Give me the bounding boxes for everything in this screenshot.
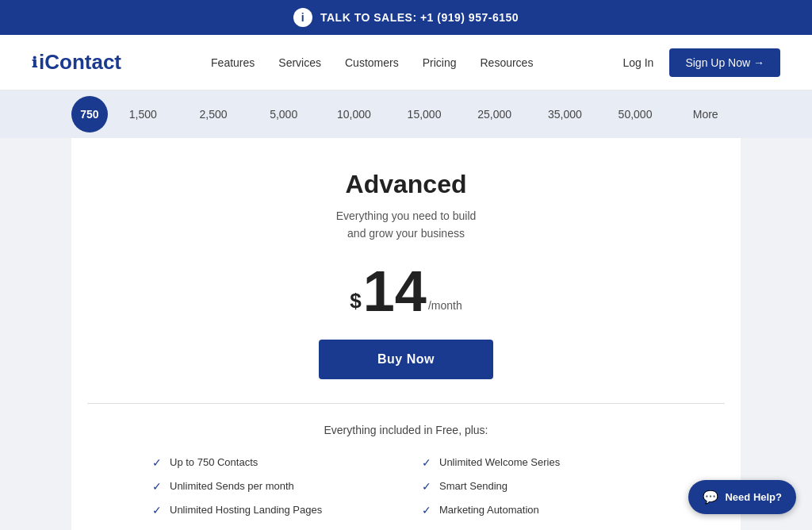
slider-tab-35000[interactable]: 35,000 (530, 108, 600, 121)
feature-welcome-series: ✓ Unlimited Welcome Series (422, 456, 660, 469)
check-icon: ✓ (422, 456, 431, 469)
logo-signal: ℹ (32, 54, 37, 71)
slider-tab-50000[interactable]: 50,000 (600, 108, 671, 121)
feature-label: Smart Sending (439, 480, 508, 492)
features-grid: ✓ Up to 750 Contacts ✓ Unlimited Welcome… (152, 456, 660, 530)
plan-title: Advanced (87, 170, 725, 199)
signup-button[interactable]: Sign Up Now → (669, 48, 780, 77)
slider-tab-2500[interactable]: 2,500 (178, 108, 249, 121)
nav-link-customers[interactable]: Customers (345, 56, 399, 69)
login-link[interactable]: Log In (622, 56, 653, 69)
logo: ℹ iContact (32, 50, 121, 75)
nav-link-resources[interactable]: Resources (480, 56, 533, 69)
need-help-label: Need Help? (725, 491, 782, 503)
info-icon: i (293, 8, 312, 27)
slider-tab-15000[interactable]: 15,000 (389, 108, 460, 121)
feature-label: Unlimited Hosting Landing Pages (170, 504, 322, 516)
price-number: 14 (363, 263, 427, 320)
check-icon: ✓ (152, 480, 162, 493)
plan-description: Everything you need to build and grow yo… (87, 207, 725, 243)
included-header: Everything included in Free, plus: (87, 403, 725, 436)
slider-tab-750[interactable]: 750 (71, 96, 108, 132)
nav-link-services[interactable]: Services (278, 56, 321, 69)
slider-tab-25000[interactable]: 25,000 (459, 108, 530, 121)
check-icon: ✓ (152, 504, 162, 517)
nav-item-customers[interactable]: Customers (345, 56, 399, 69)
top-banner: i TALK TO SALES: +1 (919) 957-6150 (0, 0, 812, 35)
feature-marketing-automation: ✓ Marketing Automation (422, 504, 660, 517)
feature-smart-sending: ✓ Smart Sending (422, 480, 660, 493)
slider-tab-1500[interactable]: 1,500 (108, 108, 178, 121)
feature-label: Unlimited Welcome Series (439, 456, 560, 468)
logo-text: iContact (39, 50, 121, 75)
feature-label: Up to 750 Contacts (170, 456, 258, 468)
price-row: $ 14 /month (87, 263, 725, 320)
nav-item-resources[interactable]: Resources (480, 56, 533, 69)
banner-text: TALK TO SALES: +1 (919) 957-6150 (320, 11, 519, 24)
slider-tabs: 750 1,500 2,500 5,000 10,000 15,000 25,0… (71, 96, 741, 132)
slider-tab-5000[interactable]: 5,000 (248, 108, 319, 121)
contact-slider-row: 750 1,500 2,500 5,000 10,000 15,000 25,0… (0, 90, 812, 138)
feature-contacts: ✓ Up to 750 Contacts (152, 456, 390, 469)
slider-tab-10000[interactable]: 10,000 (319, 108, 389, 121)
nav-item-pricing[interactable]: Pricing (423, 56, 457, 69)
check-icon: ✓ (422, 504, 431, 517)
main-content: Advanced Everything you need to build an… (71, 138, 741, 530)
feature-label: Marketing Automation (439, 504, 539, 516)
need-help-button[interactable]: 💬 Need Help? (688, 480, 796, 514)
check-icon: ✓ (152, 456, 162, 469)
feature-hosting-landing: ✓ Unlimited Hosting Landing Pages (152, 504, 390, 517)
price-dollar: $ (350, 289, 361, 313)
feature-label: Unlimited Sends per month (170, 480, 294, 492)
check-icon: ✓ (422, 480, 431, 493)
nav-links: Features Services Customers Pricing Reso… (211, 56, 533, 69)
feature-unlimited-sends: ✓ Unlimited Sends per month (152, 480, 390, 493)
slider-tab-more[interactable]: More (670, 108, 741, 121)
chat-icon: 💬 (703, 490, 718, 505)
price-period: /month (428, 299, 462, 312)
nav-link-features[interactable]: Features (211, 56, 255, 69)
buy-now-button[interactable]: Buy Now (319, 340, 493, 379)
nav-item-services[interactable]: Services (278, 56, 321, 69)
header: ℹ iContact Features Services Customers P… (0, 35, 812, 90)
nav-link-pricing[interactable]: Pricing (423, 56, 457, 69)
nav-item-features[interactable]: Features (211, 56, 255, 69)
header-actions: Log In Sign Up Now → (622, 48, 780, 77)
